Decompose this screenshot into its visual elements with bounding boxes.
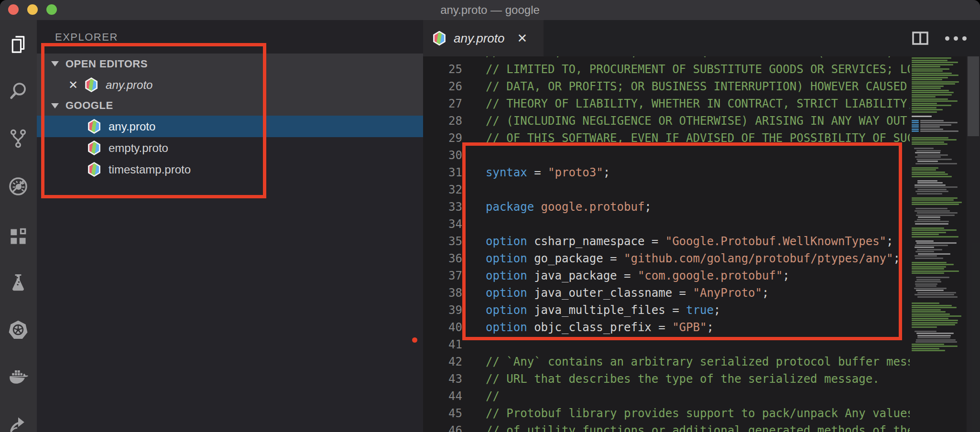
minimap-line: [912, 309, 941, 311]
minimap-line: [912, 264, 954, 265]
minimap-line: [912, 324, 955, 325]
minimap-line: [912, 86, 944, 87]
code-line[interactable]: 42// `Any` contains an arbitrary seriali…: [423, 353, 910, 370]
source-control-icon[interactable]: [8, 128, 29, 149]
minimap-line: [920, 129, 943, 130]
code-line[interactable]: 27// THEORY OF LIABILITY, WHETHER IN CON…: [423, 95, 910, 112]
tab-any-proto[interactable]: any.proto ✕: [423, 20, 544, 56]
minimap-line: [915, 341, 957, 343]
code-text: // LIMITED TO, PROCUREMENT OF SUBSTITUTE…: [486, 61, 910, 78]
minimap-line: [915, 240, 934, 242]
code-line[interactable]: 43// URL that describes the type of the …: [423, 370, 910, 388]
minimap-line: [912, 90, 949, 91]
code-text: // Protobuf library provides support to …: [486, 405, 910, 422]
code-token-cm: // of utility functions or additional ge…: [486, 424, 910, 432]
editor-actions: [912, 20, 967, 56]
minimap-line: [912, 326, 937, 328]
docker-icon[interactable]: [8, 366, 29, 387]
close-tab-icon[interactable]: ✕: [517, 31, 527, 46]
code-token-cm: // DATA, OR PROFITS; OR BUSINESS INTERRU…: [486, 80, 910, 93]
proto-file-icon: [433, 31, 446, 46]
code-line[interactable]: 25// LIMITED TO, PROCUREMENT OF SUBSTITU…: [423, 61, 910, 78]
minimap[interactable]: [910, 56, 967, 432]
code-line[interactable]: 24// SPECIAL, EXEMPLARY, OR CONSEQUENTIA…: [423, 56, 910, 61]
explorer-icon[interactable]: [8, 34, 29, 55]
minimap-line: [915, 285, 936, 287]
minimap-line: [916, 333, 954, 334]
annotation-box-1: [41, 43, 266, 198]
minimap-line: [912, 318, 948, 319]
kubernetes-icon[interactable]: [8, 319, 29, 340]
search-icon[interactable]: [8, 80, 29, 101]
minimap-line: [912, 105, 951, 106]
minimap-line: [912, 315, 961, 317]
minimap-line: [912, 176, 952, 177]
minimap-line: [912, 116, 932, 117]
minimap-line: [917, 189, 947, 190]
code-token-cm: // SPECIAL, EXEMPLARY, OR CONSEQUENTIAL …: [486, 56, 910, 59]
more-actions-icon[interactable]: [945, 36, 967, 41]
minimap-line: [912, 70, 943, 72]
minimap-line: [912, 199, 954, 201]
sidebar-title: EXPLORER: [55, 31, 118, 43]
minimap-line: [912, 262, 947, 263]
minimap-line: [920, 126, 940, 128]
line-number: 46: [423, 422, 471, 432]
minimap-line: [912, 107, 936, 108]
minimap-line: [912, 270, 959, 272]
code-line[interactable]: 28// (INCLUDING NEGLIGENCE OR OTHERWISE)…: [423, 112, 910, 130]
minimap-line: [915, 251, 935, 252]
annotation-dot: [412, 337, 417, 343]
minimap-line: [912, 87, 941, 89]
minimap-line: [912, 64, 953, 65]
minimap-line: [912, 305, 952, 306]
minimap-line: [916, 159, 951, 160]
extensions-icon[interactable]: [8, 226, 29, 247]
code-text: // DATA, OR PROFITS; OR BUSINESS INTERRU…: [486, 78, 910, 95]
minimap-line: [918, 253, 950, 255]
minimap-line: [915, 331, 937, 332]
code-token-cm: // URL that describes the type of the se…: [486, 372, 880, 386]
minimap-line: [915, 210, 950, 212]
line-number: 44: [423, 388, 471, 405]
annotation-box-2: [462, 142, 902, 340]
code-line[interactable]: 26// DATA, OR PROFITS; OR BUSINESS INTER…: [423, 78, 910, 95]
code-token-cm: // `Any` contains an arbitrary serialize…: [486, 355, 910, 368]
debug-disabled-icon[interactable]: [8, 176, 29, 197]
split-editor-icon[interactable]: [912, 31, 929, 45]
deploy-arrow-icon[interactable]: [8, 414, 29, 432]
minimap-line: [917, 337, 950, 338]
editor-scrollbar[interactable]: [967, 56, 980, 432]
minimap-line: [912, 73, 952, 74]
minimap-line: [917, 182, 942, 184]
minimap-line: [912, 272, 944, 274]
tab-label: any.proto: [454, 31, 504, 46]
code-text: // THEORY OF LIABILITY, WHETHER IN CONTR…: [486, 95, 910, 112]
minimap-line: [915, 283, 937, 285]
code-line[interactable]: 46// of utility functions or additional …: [423, 422, 910, 432]
minimap-line: [915, 223, 949, 225]
minimap-line: [912, 350, 945, 351]
line-number: 25: [423, 61, 471, 78]
minimap-line: [916, 279, 940, 281]
minimap-line: [912, 62, 958, 63]
line-number: 24: [423, 56, 471, 61]
code-text: // `Any` contains an arbitrary serialize…: [486, 353, 910, 370]
minimap-line: [912, 307, 957, 308]
minimap-line: [916, 242, 957, 244]
scrollbar-thumb[interactable]: [968, 56, 979, 136]
window-title: any.proto — google: [0, 0, 980, 20]
minimap-line: [912, 124, 919, 126]
minimap-line: [915, 184, 946, 186]
minimap-line: [917, 154, 948, 156]
minimap-line: [912, 313, 950, 315]
minimap-line: [912, 100, 958, 102]
minimap-line: [916, 277, 949, 278]
code-token-cm: // THEORY OF LIABILITY, WHETHER IN CONTR…: [486, 97, 910, 110]
code-line[interactable]: 44//: [423, 388, 910, 405]
minimap-line: [912, 103, 937, 104]
code-line[interactable]: 45// Protobuf library provides support t…: [423, 405, 910, 422]
minimap-line: [912, 75, 958, 76]
test-beaker-icon[interactable]: [8, 272, 29, 293]
minimap-line: [912, 139, 957, 140]
